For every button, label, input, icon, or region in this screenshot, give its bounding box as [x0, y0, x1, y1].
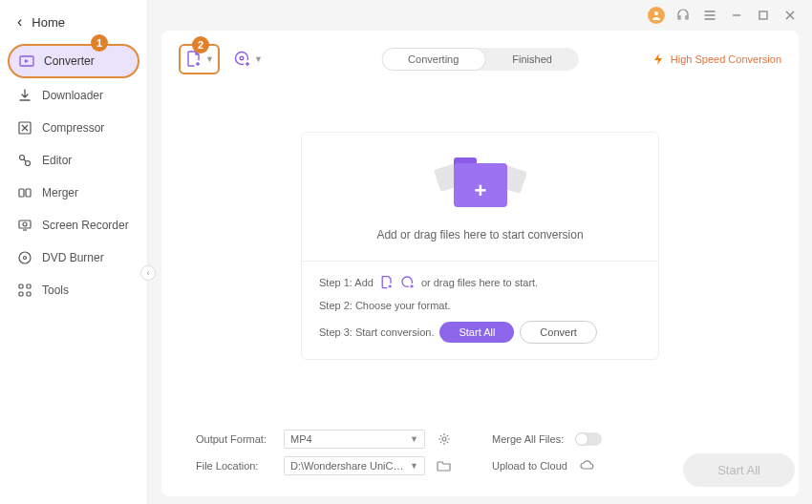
home-label: Home	[32, 15, 65, 30]
nav-downloader[interactable]: Downloader	[8, 80, 139, 111]
back-icon[interactable]: ‹	[17, 13, 22, 31]
tab-converting[interactable]: Converting	[381, 48, 485, 71]
bolt-icon	[652, 52, 665, 66]
footer: Output Format: MP4 ▼ Merge All Files: Fi…	[179, 422, 781, 483]
nav-compressor[interactable]: Compressor	[8, 113, 139, 143]
start-all-button[interactable]: Start All	[439, 322, 514, 343]
callout-badge-2: 2	[192, 36, 209, 53]
step-1-b: or drag files here to start.	[421, 277, 538, 288]
steps: Step 1: Add or drag files here to start.…	[302, 261, 658, 359]
add-file-button[interactable]: 2 ▼	[179, 44, 220, 74]
svg-rect-10	[19, 284, 23, 288]
svg-rect-11	[27, 284, 31, 288]
recorder-icon	[17, 218, 32, 233]
svg-point-2	[20, 156, 25, 160]
step-1-a: Step 1: Add	[319, 277, 374, 288]
dvd-icon	[17, 250, 32, 265]
add-disc-button[interactable]: ▼	[229, 46, 267, 73]
tabs: Converting Finished	[381, 48, 579, 71]
chevron-down-icon: ▼	[410, 434, 418, 444]
tab-finished[interactable]: Finished	[485, 48, 579, 71]
minimize-icon[interactable]	[728, 7, 745, 24]
chevron-down-icon: ▼	[410, 461, 418, 471]
nav-dvd-burner[interactable]: DVD Burner	[8, 242, 139, 273]
svg-point-9	[24, 257, 27, 260]
nav-editor[interactable]: Editor	[8, 145, 139, 176]
convert-button[interactable]: Convert	[520, 321, 597, 344]
svg-rect-4	[19, 189, 24, 197]
nav-label: Screen Recorder	[42, 219, 129, 232]
nav-label: Merger	[42, 186, 78, 200]
downloader-icon	[17, 88, 32, 103]
headset-icon[interactable]	[674, 7, 692, 24]
step-2-text: Step 2: Choose your format.	[319, 300, 451, 311]
nav-label: Tools	[42, 284, 69, 297]
svg-rect-15	[759, 11, 767, 19]
output-format-row: Output Format: MP4 ▼ Merge All Files:	[196, 430, 764, 449]
file-location-value: D:\Wondershare UniConverter 1	[290, 460, 405, 472]
nav-tools[interactable]: Tools	[8, 275, 139, 305]
nav-label: Compressor	[42, 121, 104, 135]
converter-icon	[19, 53, 34, 69]
merge-label: Merge All Files:	[492, 433, 564, 445]
toolbar: 2 ▼ ▼ Converting Finished	[179, 44, 781, 74]
settings-icon[interactable]	[437, 431, 452, 447]
maximize-icon[interactable]	[755, 7, 772, 24]
merger-icon	[17, 185, 32, 200]
add-disc-icon[interactable]	[400, 275, 416, 290]
output-format-label: Output Format:	[196, 433, 272, 445]
content-card: 2 ▼ ▼ Converting Finished	[161, 31, 799, 496]
svg-point-23	[442, 437, 446, 441]
svg-point-3	[26, 161, 31, 166]
menu-icon[interactable]	[701, 7, 718, 24]
svg-point-14	[654, 11, 658, 15]
avatar-icon[interactable]	[648, 7, 665, 24]
folder-plus-icon: +	[442, 156, 519, 213]
step-3: Step 3: Start conversion. Start All Conv…	[319, 321, 641, 344]
nav-converter[interactable]: Converter	[8, 44, 139, 78]
callout-badge-1: 1	[91, 34, 108, 52]
editor-icon	[17, 153, 32, 168]
nav: 1 Converter Downloader Compressor Editor	[0, 40, 147, 309]
speed-badge[interactable]: High Speed Conversion	[652, 52, 781, 66]
collapse-handle[interactable]: ‹	[140, 265, 156, 281]
nav-label: Downloader	[42, 89, 103, 102]
cloud-icon[interactable]	[579, 458, 594, 473]
close-icon[interactable]	[781, 7, 799, 24]
svg-point-7	[23, 222, 27, 226]
footer-start-all-button[interactable]: Start All	[683, 453, 795, 487]
chevron-down-icon: ▼	[254, 54, 263, 64]
chevron-down-icon: ▼	[205, 54, 214, 64]
file-location-select[interactable]: D:\Wondershare UniConverter 1 ▼	[284, 456, 425, 475]
dropzone: + Add or drag files here to start conver…	[301, 132, 659, 360]
file-location-row: File Location: D:\Wondershare UniConvert…	[196, 456, 764, 475]
nav-label: Editor	[42, 154, 72, 167]
output-format-select[interactable]: MP4 ▼	[284, 430, 425, 449]
file-location-label: File Location:	[196, 460, 272, 472]
svg-point-8	[19, 252, 31, 263]
svg-rect-6	[19, 220, 31, 228]
titlebar	[148, 0, 812, 31]
upload-label: Upload to Cloud	[492, 460, 567, 472]
nav-merger[interactable]: Merger	[8, 178, 139, 208]
nav-screen-recorder[interactable]: Screen Recorder	[8, 210, 139, 241]
speed-label: High Speed Conversion	[671, 53, 781, 65]
tools-icon	[17, 283, 32, 298]
svg-rect-5	[26, 189, 31, 197]
add-file-icon[interactable]	[379, 275, 395, 290]
nav-label: Converter	[44, 54, 95, 68]
nav-label: DVD Burner	[42, 251, 104, 264]
step-2: Step 2: Choose your format.	[319, 300, 641, 311]
svg-point-18	[240, 56, 244, 60]
svg-rect-12	[19, 292, 23, 296]
add-disc-icon	[233, 50, 252, 69]
compressor-icon	[17, 120, 32, 136]
main: ‹ 2 ▼	[148, 0, 812, 504]
output-format-value: MP4	[290, 433, 312, 445]
home-row[interactable]: ‹ Home	[0, 0, 147, 40]
folder-icon[interactable]	[437, 458, 452, 473]
merge-toggle[interactable]	[575, 432, 602, 446]
step-3-text: Step 3: Start conversion.	[319, 326, 434, 338]
drop-area[interactable]: + Add or drag files here to start conver…	[302, 133, 658, 261]
drop-text: Add or drag files here to start conversi…	[376, 228, 583, 242]
